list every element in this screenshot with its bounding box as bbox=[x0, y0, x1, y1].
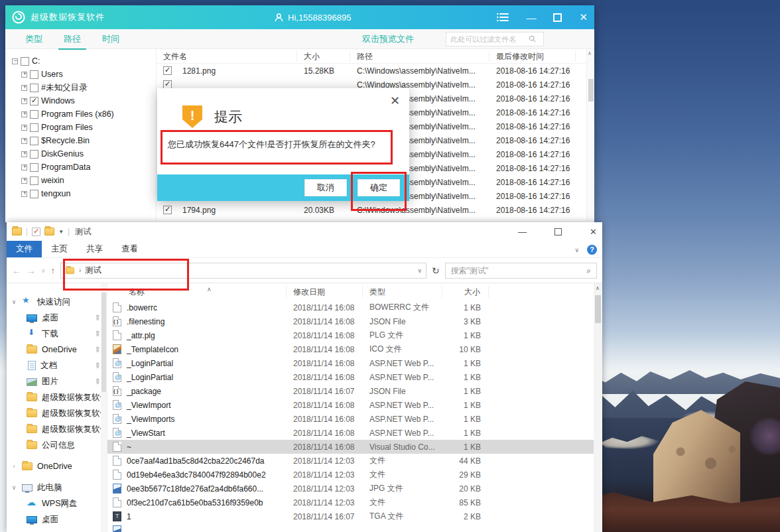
tree-node[interactable]: weixin bbox=[21, 174, 156, 187]
explorer-file-row[interactable]: _LoginPartial 2018/11/14 16:08 ASP.NET W… bbox=[107, 356, 602, 370]
explorer-file-row[interactable]: _ViewStart 2018/11/14 16:08 ASP.NET Web … bbox=[107, 426, 602, 440]
scrollbar-thumb[interactable] bbox=[101, 293, 106, 392]
cancel-button[interactable]: 取消 bbox=[304, 179, 347, 196]
tree-expand-toggle[interactable] bbox=[21, 98, 27, 104]
tree-expand-toggle[interactable] bbox=[21, 191, 27, 197]
nav-item[interactable]: 桌面 ✎ bbox=[7, 310, 107, 326]
explorer-file-row[interactable]: _package 2018/11/14 16:07 JSON File 1 KB bbox=[107, 384, 602, 398]
nav-chevron-icon[interactable]: ∨ bbox=[11, 299, 17, 305]
dialog-close-icon[interactable]: ✕ bbox=[390, 94, 400, 108]
ribbon-tab[interactable]: 文件 bbox=[7, 241, 42, 257]
nav-item[interactable]: 超级数据恢复软件 ✎ bbox=[7, 389, 107, 405]
address-dropdown-chevron-icon[interactable]: ∨ bbox=[418, 267, 422, 274]
nav-chevron-icon[interactable]: ∨ bbox=[11, 484, 17, 491]
tree-expand-toggle[interactable] bbox=[21, 165, 27, 170]
scrollbar-thumb[interactable] bbox=[595, 295, 601, 323]
new-folder-icon[interactable] bbox=[44, 228, 54, 235]
tree-checkbox[interactable] bbox=[30, 84, 38, 92]
tree-node[interactable]: Program Files (x86) bbox=[21, 107, 156, 121]
nav-item[interactable]: › OneDrive ✎ bbox=[7, 458, 107, 474]
tree-node[interactable]: Users bbox=[21, 68, 156, 81]
tree-expand-toggle[interactable] bbox=[21, 111, 27, 117]
menu-icon[interactable] bbox=[497, 13, 509, 22]
user-account[interactable]: Hi,15588396895 bbox=[274, 13, 351, 23]
explorer-search-input[interactable] bbox=[451, 266, 586, 275]
recent-locations-chevron-icon[interactable]: ∨ bbox=[41, 267, 46, 274]
explorer-file-row[interactable] bbox=[107, 523, 602, 532]
maximize-button[interactable] bbox=[553, 13, 562, 22]
explorer-minimize-button[interactable]: — bbox=[518, 227, 527, 237]
tree-checkbox[interactable] bbox=[30, 137, 38, 145]
explorer-file-row[interactable]: .filenesting 2018/11/14 16:08 JSON File … bbox=[107, 314, 602, 328]
nav-item[interactable]: › WPS网盘 ✎ bbox=[7, 496, 107, 511]
explorer-file-row[interactable]: _ViewImport 2018/11/14 16:08 ASP.NET Web… bbox=[107, 398, 602, 412]
properties-icon[interactable] bbox=[32, 228, 40, 236]
nav-item[interactable]: 图片 ✎ bbox=[7, 373, 107, 389]
tree-node[interactable]: DiskGenius bbox=[21, 147, 156, 161]
tree-checkbox[interactable] bbox=[30, 123, 38, 132]
tree-checkbox[interactable] bbox=[30, 150, 38, 159]
scroll-up-arrow[interactable]: ∧ bbox=[588, 50, 592, 56]
column-header-type[interactable]: 类型 bbox=[363, 286, 442, 298]
tree-node[interactable]: $Recycle.Bin bbox=[21, 134, 156, 147]
tree-node[interactable]: #未知父目录 bbox=[21, 81, 156, 94]
tree-expand-toggle[interactable] bbox=[21, 151, 27, 157]
explorer-file-row[interactable]: 0ce7aaf4ad1ba5c8d42cba220c2467da 2018/11… bbox=[107, 454, 602, 468]
file-checkbox[interactable] bbox=[163, 66, 172, 75]
recovery-tab[interactable]: 时间 bbox=[101, 29, 121, 49]
nav-item[interactable]: 超级数据恢复软件 ✎ bbox=[7, 421, 107, 437]
help-icon[interactable]: ? bbox=[587, 245, 597, 255]
nav-item[interactable]: OneDrive ✎ bbox=[7, 342, 107, 358]
file-row[interactable]: 1281.png 15.28KB C:\Windows\assembly\Nat… bbox=[157, 64, 586, 78]
tree-node[interactable]: Program Files bbox=[21, 121, 156, 134]
explorer-file-row[interactable]: _ViewImports 2018/11/14 16:08 ASP.NET We… bbox=[107, 412, 602, 426]
explorer-file-row[interactable]: 0ee3b5677c18fde276af2a4db6fa660... 2018/… bbox=[107, 482, 602, 496]
back-button[interactable]: ← bbox=[12, 265, 21, 276]
explorer-file-row[interactable]: ~ 2018/11/14 16:08 Visual Studio Co... 1… bbox=[107, 440, 602, 454]
nav-item[interactable]: ∨ 快速访问 ✎ bbox=[7, 294, 107, 310]
nav-item[interactable]: 下载 ✎ bbox=[7, 326, 107, 342]
file-checkbox[interactable] bbox=[163, 206, 172, 214]
minimize-button[interactable]: — bbox=[526, 12, 536, 23]
column-header-name[interactable]: 文件名 bbox=[157, 51, 297, 62]
ribbon-tab[interactable]: 共享 bbox=[77, 241, 112, 257]
recovery-tab[interactable]: 路径 bbox=[62, 29, 82, 49]
nav-item[interactable]: 超级数据恢复软件 ✎ bbox=[7, 405, 107, 421]
ribbon-collapse-chevron-icon[interactable]: ∨ bbox=[574, 247, 579, 253]
column-header-size[interactable]: 大小 bbox=[297, 51, 350, 62]
nav-item[interactable]: 文档 ✎ bbox=[7, 358, 107, 373]
explorer-file-row[interactable]: _TemplateIcon 2018/11/14 16:08 ICO 文件 10… bbox=[107, 342, 602, 356]
tree-checkbox[interactable] bbox=[21, 57, 29, 66]
explorer-close-button[interactable]: ✕ bbox=[590, 227, 597, 237]
nav-item[interactable]: ∨ 此电脑 ✎ bbox=[7, 480, 107, 496]
explorer-file-row[interactable]: 1 2018/11/14 16:07 TGA 文件 2 KB bbox=[107, 509, 602, 523]
tree-checkbox[interactable] bbox=[30, 110, 38, 119]
nav-item[interactable]: 公司信息 ✎ bbox=[7, 437, 107, 453]
customize-toolbar-chevron-icon[interactable]: ▼ bbox=[58, 229, 64, 235]
nav-pane-scrollbar[interactable] bbox=[101, 283, 107, 532]
close-button[interactable]: ✕ bbox=[579, 11, 588, 23]
explorer-list-scrollbar[interactable]: ∧ bbox=[594, 283, 602, 532]
tree-checkbox[interactable] bbox=[30, 70, 38, 79]
tree-expand-toggle[interactable] bbox=[21, 138, 27, 144]
explorer-file-row[interactable]: _LoginPartial 2018/11/14 16:08 ASP.NET W… bbox=[107, 370, 602, 384]
recovery-tab[interactable]: 类型 bbox=[24, 29, 44, 49]
tree-checkbox[interactable] bbox=[30, 97, 38, 105]
tree-expand-toggle[interactable] bbox=[21, 125, 27, 131]
tree-checkbox[interactable] bbox=[30, 163, 38, 172]
ribbon-tab[interactable]: 查看 bbox=[112, 241, 147, 257]
column-header-path[interactable]: 路径 bbox=[350, 51, 489, 62]
tree-checkbox[interactable] bbox=[30, 176, 38, 185]
refresh-icon[interactable]: ↻ bbox=[432, 265, 440, 276]
tree-node[interactable]: tengxun bbox=[21, 187, 156, 200]
explorer-file-row[interactable]: 0f3ec210d7ca61b5e0ba5316f9359e0b 2018/11… bbox=[107, 496, 602, 509]
tree-expand-toggle[interactable] bbox=[21, 85, 27, 91]
explorer-maximize-button[interactable] bbox=[554, 228, 562, 235]
column-header-size[interactable]: 大小 bbox=[442, 286, 489, 298]
tree-checkbox[interactable] bbox=[30, 190, 38, 198]
nav-item[interactable]: › 桌面 ✎ bbox=[7, 511, 107, 527]
nav-chevron-icon[interactable]: › bbox=[11, 463, 17, 470]
column-header-mtime[interactable]: 最后修改时间 bbox=[489, 51, 576, 62]
tree-node[interactable]: ProgramData bbox=[21, 161, 156, 174]
scroll-up-arrow[interactable]: ∧ bbox=[596, 285, 600, 291]
